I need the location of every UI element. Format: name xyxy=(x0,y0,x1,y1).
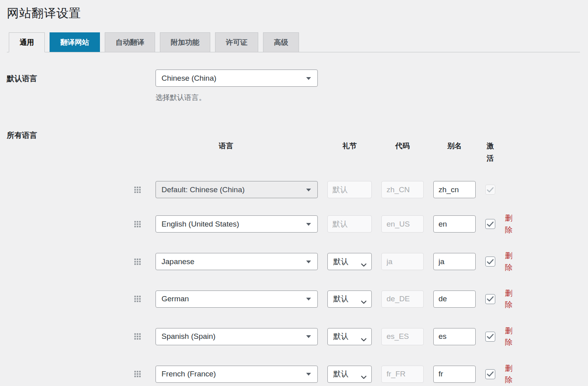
drag-handle-icon xyxy=(134,221,136,223)
formality-value: 默认 xyxy=(333,185,348,195)
drag-handle[interactable] xyxy=(134,221,141,227)
code-input xyxy=(381,366,424,383)
column-header-formality: 礼节 xyxy=(327,140,372,152)
tab-advanced[interactable]: 高级 xyxy=(263,32,299,52)
table-row: Default: Chinese (China) 默认 xyxy=(134,181,580,198)
formality-value: 默认 xyxy=(333,219,348,229)
dropdown-arrow-icon xyxy=(306,77,311,80)
table-row: Spanish (Spain) 默认 删除 xyxy=(134,325,580,348)
active-checkbox xyxy=(485,185,495,195)
column-header-code: 代码 xyxy=(381,140,424,152)
formality-select[interactable]: 默认 xyxy=(327,366,372,383)
check-icon xyxy=(487,259,494,265)
languages-table: 语言 礼节 代码 别名 激活 Default: Chinese (China) … xyxy=(134,130,580,386)
code-input xyxy=(381,253,424,270)
drag-handle-icon xyxy=(134,187,136,188)
formality-select[interactable]: 默认 xyxy=(327,328,372,345)
page-title: 网站翻译设置 xyxy=(7,6,580,20)
formality-select[interactable]: 默认 xyxy=(327,290,372,308)
language-select-value: Spanish (Spain) xyxy=(161,332,215,341)
code-input xyxy=(381,181,424,198)
column-header-alias: 别名 xyxy=(433,140,476,152)
chevron-down-icon xyxy=(361,335,367,344)
all-languages-section: 所有语言 语言 礼节 代码 别名 激活 Default: Chinese (Ch… xyxy=(7,130,580,386)
default-language-select[interactable]: Chinese (China) xyxy=(155,70,318,87)
check-icon xyxy=(487,334,494,339)
alias-input[interactable] xyxy=(433,366,476,383)
dropdown-arrow-icon xyxy=(306,298,311,300)
tab-translate-site[interactable]: 翻译网站 xyxy=(50,32,100,52)
delete-link[interactable]: 删除 xyxy=(505,250,514,273)
code-input xyxy=(381,290,424,308)
language-select-value: German xyxy=(161,294,189,303)
default-language-value: Chinese (China) xyxy=(161,74,216,83)
check-icon xyxy=(487,187,494,193)
language-select[interactable]: French (France) xyxy=(155,366,318,383)
default-language-label: 默认语言 xyxy=(7,70,155,84)
language-select-value: English (United States) xyxy=(161,220,239,229)
drag-handle[interactable] xyxy=(134,333,141,340)
drag-handle[interactable] xyxy=(134,371,141,377)
formality-value: 默认 xyxy=(333,257,349,267)
column-header-language: 语言 xyxy=(134,140,318,152)
drag-handle[interactable] xyxy=(134,187,141,193)
dropdown-arrow-icon xyxy=(306,373,311,376)
table-row: German 默认 删除 xyxy=(134,287,580,311)
all-languages-label: 所有语言 xyxy=(7,130,37,141)
language-select[interactable]: English (United States) xyxy=(155,215,318,233)
delete-link[interactable]: 删除 xyxy=(505,362,514,386)
delete-link[interactable]: 删除 xyxy=(505,287,514,311)
formality-value: 默认 xyxy=(333,369,349,379)
language-select-value: French (France) xyxy=(161,370,216,378)
drag-handle[interactable] xyxy=(134,259,141,265)
formality-value: 默认 xyxy=(333,294,349,304)
delete-link[interactable]: 删除 xyxy=(505,212,514,236)
tab-automatic-translation[interactable]: 自动翻译 xyxy=(105,32,155,52)
tab-license[interactable]: 许可证 xyxy=(215,32,258,52)
table-row: Japanese 默认 删除 xyxy=(134,250,580,273)
check-icon xyxy=(487,221,494,227)
tab-general[interactable]: 通用 xyxy=(9,32,45,52)
alias-input[interactable] xyxy=(433,181,476,198)
drag-handle-icon xyxy=(134,333,136,335)
default-language-help: 选择默认语言。 xyxy=(155,93,580,102)
alias-input[interactable] xyxy=(433,290,476,308)
active-checkbox[interactable] xyxy=(485,219,495,229)
chevron-down-icon xyxy=(361,260,367,269)
language-select-value: Default: Chinese (China) xyxy=(161,185,245,194)
dropdown-arrow-icon xyxy=(306,223,311,226)
delete-link[interactable]: 删除 xyxy=(505,325,514,348)
table-header-row: 语言 礼节 代码 别名 激活 xyxy=(134,130,580,164)
alias-input[interactable] xyxy=(433,215,476,233)
code-input xyxy=(381,215,424,233)
table-row: French (France) 默认 删除 xyxy=(134,362,580,386)
tab-addons[interactable]: 附加功能 xyxy=(160,32,210,52)
active-checkbox[interactable] xyxy=(485,294,495,304)
default-language-control: Chinese (China) 选择默认语言。 xyxy=(155,70,580,102)
language-select[interactable]: Default: Chinese (China) xyxy=(155,181,318,198)
alias-input[interactable] xyxy=(433,253,476,270)
formality-value: 默认 xyxy=(333,331,349,342)
tab-bar: 通用 翻译网站 自动翻译 附加功能 许可证 高级 xyxy=(7,32,580,52)
dropdown-arrow-icon xyxy=(306,335,311,338)
language-select[interactable]: Japanese xyxy=(155,253,318,270)
drag-handle-icon xyxy=(134,259,136,260)
active-checkbox[interactable] xyxy=(485,369,495,379)
check-icon xyxy=(487,296,494,302)
settings-page: 网站翻译设置 通用 翻译网站 自动翻译 附加功能 许可证 高级 默认语言 Chi… xyxy=(0,0,588,386)
formality-select[interactable]: 默认 xyxy=(327,253,372,270)
default-language-section: 默认语言 Chinese (China) 选择默认语言。 xyxy=(7,70,580,102)
chevron-down-icon xyxy=(361,297,367,306)
alias-input[interactable] xyxy=(433,328,476,345)
active-checkbox[interactable] xyxy=(485,332,495,342)
column-header-active: 激活 xyxy=(485,140,495,164)
drag-handle-icon xyxy=(134,371,136,372)
drag-handle[interactable] xyxy=(134,296,141,302)
language-select[interactable]: Spanish (Spain) xyxy=(155,328,318,345)
language-select[interactable]: German xyxy=(155,290,318,308)
formality-field: 默认 xyxy=(327,215,372,233)
dropdown-arrow-icon xyxy=(306,261,311,263)
active-checkbox[interactable] xyxy=(485,257,495,267)
code-input xyxy=(381,328,424,345)
dropdown-arrow-icon xyxy=(306,189,311,191)
